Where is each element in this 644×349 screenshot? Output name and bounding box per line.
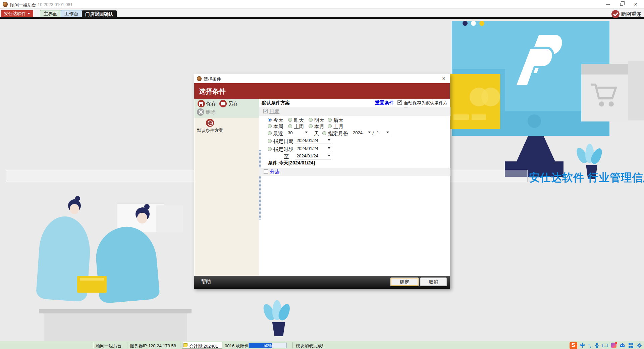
date-section-band <box>259 107 450 116</box>
recent-days-select[interactable]: 30 <box>286 130 308 136</box>
person-right-bun <box>144 204 150 209</box>
radio-this-month[interactable] <box>309 124 313 128</box>
radio-last-week[interactable] <box>288 124 292 128</box>
check-circle-icon <box>611 10 620 18</box>
settings-gear-icon[interactable] <box>637 343 642 348</box>
tab-store-return-confirm[interactable]: 门店退回确认 <box>82 10 117 19</box>
status-message: 模块加载完成! <box>296 343 323 349</box>
date-section-checkbox[interactable] <box>263 109 268 113</box>
dialog-title-bar: 选择条件 <box>194 74 450 83</box>
period-from-select[interactable]: 2024/01/24 <box>295 146 331 152</box>
status-separator <box>93 342 93 348</box>
radio-day-after[interactable] <box>328 118 332 122</box>
assistant-robot-icon[interactable] <box>620 343 625 348</box>
save-as-button[interactable]: 另存 <box>219 100 238 107</box>
main-menu-label: 安仕达软件 <box>4 11 26 16</box>
cancel-button[interactable]: 取消 <box>421 278 446 286</box>
title-bar: 顾问一组后台 10.2023.0101.081 <box>0 0 644 9</box>
radio-yesterday-label: 昨天 <box>294 117 304 123</box>
close-button[interactable] <box>631 1 641 8</box>
dropdown-arrow-icon <box>328 147 330 149</box>
tab-workbench[interactable]: 工作台 <box>61 10 82 17</box>
radio-tomorrow[interactable] <box>309 118 313 122</box>
status-server-ip: 服务器IP:120.24.179.58 <box>130 343 176 349</box>
skin-icon[interactable] <box>611 343 616 348</box>
save-label: 保存 <box>206 101 216 107</box>
sogou-icon[interactable]: S <box>570 342 577 349</box>
person-left-face <box>70 204 79 214</box>
month-select[interactable]: 1 <box>375 130 389 136</box>
dialog-close-button[interactable] <box>439 74 448 83</box>
chinese-mode-icon[interactable]: 中 <box>580 342 585 349</box>
default-scheme-item[interactable]: 默认条件方案 <box>197 119 223 133</box>
dialog-footer: 帮助 确定 取消 <box>194 276 450 288</box>
date-section-link[interactable]: 日期 <box>269 108 279 115</box>
period-to-select[interactable]: 2024/01/24 <box>295 153 331 159</box>
help-link[interactable]: 帮助 <box>201 279 211 285</box>
radio-this-week[interactable] <box>268 124 272 128</box>
save-as-label: 另存 <box>228 101 238 107</box>
chevron-down-icon <box>26 11 30 16</box>
delete-label: 删除 <box>206 109 216 115</box>
month-label: 指定月份 <box>328 131 348 137</box>
paypal-logo <box>510 32 564 103</box>
period-to-label: 至 <box>284 154 289 160</box>
x-icon <box>197 108 204 116</box>
wall-frame <box>156 205 183 232</box>
restore-icon <box>620 3 623 6</box>
minimize-button[interactable] <box>602 1 613 8</box>
radio-last-week-label: 上周 <box>294 123 304 130</box>
radio-recent[interactable] <box>268 131 272 135</box>
radio-specified-month[interactable] <box>322 131 326 135</box>
radio-this-month-label: 本月 <box>314 123 324 130</box>
recent-label: 最近 <box>273 131 283 137</box>
minimize-icon <box>606 4 610 5</box>
radio-last-month[interactable] <box>328 124 332 128</box>
progress-label: 50% <box>249 343 286 348</box>
status-separator <box>292 342 293 348</box>
status-separator <box>127 342 127 348</box>
branch-section-link[interactable]: 分店 <box>270 169 280 175</box>
restore-button[interactable] <box>616 1 627 8</box>
ok-button[interactable]: 确定 <box>391 278 418 286</box>
radio-day-after-label: 后天 <box>333 117 343 123</box>
reset-conditions-link[interactable]: 重置条件 <box>375 100 394 106</box>
ime-tray: S 中 ’, <box>570 341 642 349</box>
dialog-icon <box>197 76 202 81</box>
status-period: 会计期:202401 <box>189 343 218 349</box>
radio-specified-date[interactable] <box>268 139 272 143</box>
radio-yesterday[interactable] <box>288 118 292 122</box>
brand-headline: 安仕达软件 行业管理信息 <box>529 170 644 185</box>
window-dot-white <box>471 21 476 26</box>
status-period-field: 会计期:202401 <box>182 342 222 349</box>
app-window: 顾问一组后台 10.2023.0101.081 安仕达软件 主界面 工作台 门店… <box>0 0 644 349</box>
radio-tomorrow-label: 明天 <box>314 117 324 123</box>
cart-panel-header <box>581 64 629 74</box>
clock-icon <box>206 119 214 127</box>
recent-unit-label: 天 <box>314 131 319 137</box>
delete-button[interactable]: 删除 <box>197 108 216 116</box>
tab-main[interactable]: 主界面 <box>40 10 61 17</box>
select-condition-dialog: 选择条件 选择条件 保存 另存 删除 <box>194 74 450 289</box>
floppy-icon <box>198 100 205 107</box>
specified-date-select[interactable]: 2024/01/24 <box>295 138 331 144</box>
branch-section-checkbox[interactable] <box>264 169 268 174</box>
apps-grid-icon[interactable] <box>628 343 634 348</box>
auto-save-checkbox[interactable] <box>397 100 402 105</box>
reconnect-indicator[interactable]: 断网重连 <box>611 10 641 18</box>
microphone-icon[interactable] <box>594 343 599 348</box>
punctuation-icon[interactable]: ’, <box>588 343 591 348</box>
keyboard-icon[interactable] <box>602 343 608 348</box>
condition-summary: 条件:今天[2024/01/24] <box>268 160 315 166</box>
app-logo-icon <box>3 2 8 7</box>
note-icon <box>183 343 187 347</box>
progress-bar: 50% <box>249 343 287 348</box>
save-button[interactable]: 保存 <box>198 100 216 107</box>
specified-date-label: 指定日期 <box>273 138 293 145</box>
dialog-sidebar: 保存 另存 删除 默认条件方案 <box>194 99 259 276</box>
main-menu-button[interactable]: 安仕达软件 <box>1 10 33 17</box>
radio-specified-period[interactable] <box>268 147 272 151</box>
year-select[interactable]: 2024 <box>352 130 371 136</box>
radio-today[interactable] <box>268 118 272 122</box>
content-scrollbar[interactable] <box>259 150 261 220</box>
